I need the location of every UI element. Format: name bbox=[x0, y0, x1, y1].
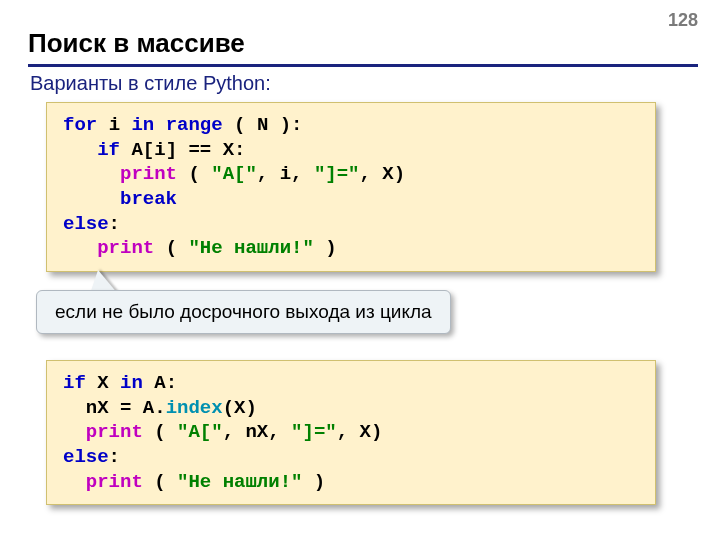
subtitle: Варианты в стиле Python: bbox=[30, 72, 271, 95]
keyword-in: in bbox=[120, 372, 143, 394]
page-title: Поиск в массиве bbox=[28, 28, 245, 59]
func-print: print bbox=[86, 471, 143, 493]
indent bbox=[63, 163, 120, 185]
code-text: ( bbox=[154, 237, 188, 259]
code-text: (X) bbox=[223, 397, 257, 419]
keyword-else: else bbox=[63, 213, 109, 235]
code-text: A: bbox=[143, 372, 177, 394]
indent bbox=[63, 421, 86, 443]
indent bbox=[63, 471, 86, 493]
indent bbox=[63, 237, 97, 259]
string-literal: "]=" bbox=[291, 421, 337, 443]
string-literal: "Не нашли!" bbox=[188, 237, 313, 259]
string-literal: "]=" bbox=[314, 163, 360, 185]
code-text: A[i] == X: bbox=[120, 139, 245, 161]
code-block-2: if X in A: nX = A.index(X) print ( "A[",… bbox=[46, 360, 656, 505]
code-text: : bbox=[109, 213, 120, 235]
indent bbox=[63, 188, 120, 210]
callout-note: если не было досрочного выхода из цикла bbox=[36, 290, 451, 334]
code-text: , nX, bbox=[223, 421, 291, 443]
code-text: X bbox=[86, 372, 120, 394]
var-i: i bbox=[109, 114, 120, 136]
code-text: ) bbox=[302, 471, 325, 493]
string-literal: "Не нашли!" bbox=[177, 471, 302, 493]
keyword-break: break bbox=[120, 188, 177, 210]
keyword-in: in bbox=[131, 114, 154, 136]
code-text: ) bbox=[314, 237, 337, 259]
code-text: ( bbox=[177, 163, 211, 185]
keyword-if: if bbox=[63, 372, 86, 394]
code-text: ( bbox=[143, 421, 177, 443]
func-print: print bbox=[86, 421, 143, 443]
string-literal: "A[" bbox=[177, 421, 223, 443]
func-range: range bbox=[166, 114, 223, 136]
title-underline bbox=[28, 64, 698, 67]
code-text: ( bbox=[143, 471, 177, 493]
code-text: , X) bbox=[337, 421, 383, 443]
func-print: print bbox=[97, 237, 154, 259]
method-index: index bbox=[166, 397, 223, 419]
page-number: 128 bbox=[668, 10, 698, 31]
code-text: : bbox=[109, 446, 120, 468]
keyword-if: if bbox=[97, 139, 120, 161]
string-literal: "A[" bbox=[211, 163, 257, 185]
indent bbox=[63, 397, 86, 419]
code-text: , X) bbox=[359, 163, 405, 185]
keyword-for: for bbox=[63, 114, 97, 136]
indent bbox=[63, 139, 97, 161]
code-text: nX = A. bbox=[86, 397, 166, 419]
code-block-1: for i in range ( N ): if A[i] == X: prin… bbox=[46, 102, 656, 272]
code-text: , i, bbox=[257, 163, 314, 185]
code-text: ( N ): bbox=[223, 114, 303, 136]
func-print: print bbox=[120, 163, 177, 185]
keyword-else: else bbox=[63, 446, 109, 468]
